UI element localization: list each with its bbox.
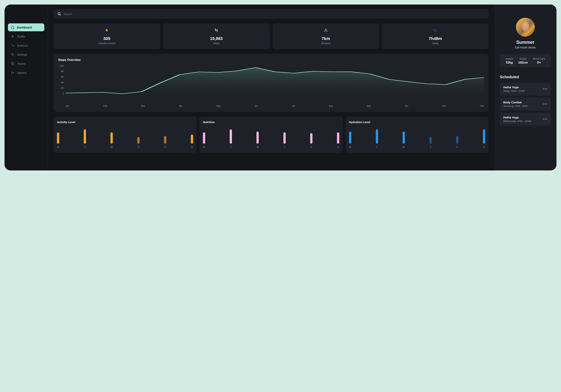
x-tick: May xyxy=(216,105,221,107)
x-tick: Jan xyxy=(66,105,69,107)
bar xyxy=(257,132,259,144)
svg-point-12 xyxy=(325,29,326,30)
schedule-time: Today, 9AM - 10AM xyxy=(503,89,525,92)
x-tick: Jun xyxy=(254,105,258,107)
svg-point-9 xyxy=(324,31,325,32)
sidebar-item-history[interactable]: History xyxy=(8,60,44,67)
bar-label: S xyxy=(337,146,339,149)
schedule-item[interactable]: Hatha YogaToday, 9AM - 10AM••• xyxy=(500,83,551,95)
bar-label: W xyxy=(403,146,405,149)
y-tick: 6K xyxy=(58,76,64,78)
health-value: O+ xyxy=(533,61,545,64)
main-content: 305Calories burned10,983Steps7kmDistance… xyxy=(48,5,494,170)
bar xyxy=(137,137,140,144)
x-tick: Aug xyxy=(329,105,333,107)
stat-icon xyxy=(276,28,376,33)
bar-label: F xyxy=(310,146,313,149)
bar-label: T xyxy=(230,146,232,149)
stat-label: Sleep xyxy=(385,42,485,45)
sidebar-item-label: History xyxy=(17,62,26,65)
x-tick: Sep xyxy=(367,105,371,107)
more-icon[interactable]: ••• xyxy=(543,87,547,91)
stat-icon xyxy=(57,28,157,33)
bar xyxy=(337,132,339,144)
bar-label: M xyxy=(349,146,351,149)
sidebar-item-settings[interactable]: Settings xyxy=(8,51,44,58)
chart-title: Steps Overview xyxy=(58,58,484,62)
bar xyxy=(310,133,313,144)
y-tick: 2K xyxy=(58,87,64,89)
sidebar-item-label: Profile xyxy=(17,35,25,38)
search-input[interactable] xyxy=(63,12,485,16)
stat-card-sleep[interactable]: z7h48mSleep xyxy=(382,23,489,49)
more-icon[interactable]: ••• xyxy=(543,102,547,106)
bar-label: S xyxy=(483,146,485,149)
stat-card-distance[interactable]: 7kmDistance xyxy=(273,23,379,49)
svg-point-6 xyxy=(216,30,218,31)
home-icon xyxy=(11,26,14,29)
bar-label: M xyxy=(57,146,59,149)
bar xyxy=(403,132,405,144)
x-tick: Oct xyxy=(405,105,408,107)
sidebar-item-exercise[interactable]: Exercise xyxy=(8,42,44,49)
stat-label: Distance xyxy=(276,42,376,45)
sidebar-item-label: Exercise xyxy=(17,44,28,47)
bar-label: W xyxy=(257,146,259,149)
stat-label: Steps xyxy=(166,42,267,45)
schedule-time: Tomorrow, 5PM - 6PM xyxy=(503,105,528,108)
schedule-item[interactable]: Hatha YogaWednesday, 9AM - 10AM••• xyxy=(500,113,551,126)
dumbbell-icon xyxy=(11,44,14,47)
svg-line-4 xyxy=(60,15,61,15)
health-label: Blood Type xyxy=(533,57,545,60)
bar xyxy=(429,137,432,144)
schedule-name: Hatha Yoga xyxy=(503,116,531,119)
search-icon xyxy=(57,12,61,16)
mini-chart-title: Nutrition xyxy=(203,120,339,124)
mini-chart-activity-level[interactable]: Activity LevelMTWTFS xyxy=(54,116,196,153)
sidebar-item-label: Signout xyxy=(17,71,27,74)
y-tick: 10K xyxy=(58,65,64,67)
health-stats: Weight53kgHeight162cmBlood TypeO+ xyxy=(500,54,551,67)
health-value: 162cm xyxy=(518,61,528,64)
svg-point-3 xyxy=(58,13,60,15)
more-icon[interactable]: ••• xyxy=(543,117,547,121)
app-shell: DashboardProfileExerciseSettingsHistoryS… xyxy=(5,5,556,170)
avatar[interactable] xyxy=(516,18,535,37)
sidebar: DashboardProfileExerciseSettingsHistoryS… xyxy=(5,5,48,170)
stat-value: 10,983 xyxy=(166,36,267,41)
stat-icon xyxy=(166,28,267,33)
svg-point-8 xyxy=(217,31,217,32)
bar xyxy=(191,135,193,144)
sidebar-item-dashboard[interactable]: Dashboard xyxy=(8,23,44,31)
bar-label: T xyxy=(283,146,286,149)
bar xyxy=(230,129,232,144)
bar-label: S xyxy=(191,146,193,149)
x-tick: Mar xyxy=(141,105,145,107)
bar-label: T xyxy=(137,146,140,149)
health-label: Weight xyxy=(506,57,513,60)
profile-panel: Summer Edit health details Weight53kgHei… xyxy=(494,5,556,170)
mini-chart-title: Hydration Level xyxy=(349,120,485,124)
stat-card-calories-burned[interactable]: 305Calories burned xyxy=(54,23,160,49)
stat-card-steps[interactable]: 10,983Steps xyxy=(163,23,270,49)
x-tick: Feb xyxy=(103,105,107,107)
bar xyxy=(456,136,458,144)
mini-chart-title: Activity Level xyxy=(57,120,193,124)
edit-health-details-link[interactable]: Edit health details xyxy=(500,46,551,49)
sidebar-item-signout[interactable]: Signout xyxy=(8,69,44,76)
bar xyxy=(57,132,59,144)
x-tick: Jul xyxy=(292,105,295,107)
search-bar[interactable] xyxy=(54,9,489,19)
bar-label: F xyxy=(164,146,166,149)
svg-point-5 xyxy=(215,29,216,31)
schedule-item[interactable]: Body CombatTomorrow, 5PM - 6PM••• xyxy=(500,98,551,110)
y-tick: 4K xyxy=(58,81,64,84)
steps-line-chart xyxy=(66,65,484,102)
y-tick: 0 xyxy=(58,92,64,95)
sidebar-item-profile[interactable]: Profile xyxy=(8,33,44,40)
mini-chart-nutrition[interactable]: NutritionMTWTFS xyxy=(200,116,343,153)
stat-icon: z xyxy=(385,28,485,33)
mini-chart-hydration-level[interactable]: Hydration LevelMTWTFS xyxy=(346,116,489,153)
gear-icon xyxy=(11,53,14,56)
sidebar-item-label: Settings xyxy=(17,53,27,56)
